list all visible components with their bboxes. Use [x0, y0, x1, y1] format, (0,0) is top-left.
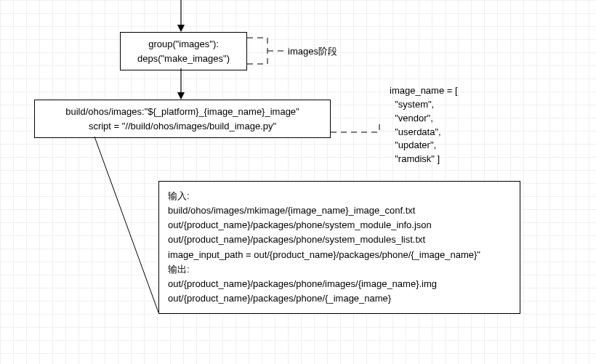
label-images-stage: images阶段 — [288, 45, 337, 59]
box-io: 输入: build/ohos/images/mkimage/{image_nam… — [158, 181, 520, 314]
io-input-header: 输入: — [168, 189, 511, 203]
io-output-header: 输出: — [168, 262, 511, 277]
box1-line2: deps("make_images") — [128, 52, 239, 66]
box-build-ohos-images: build/ohos/images:"${_platform}_{image_n… — [34, 100, 331, 138]
box1-line1: group("images"): — [128, 37, 239, 52]
box2-line1: build/ohos/images:"${_platform}_{image_n… — [42, 105, 323, 119]
box-group-images: group("images"): deps("make_images") — [120, 32, 247, 70]
io-output-line2: out/{product_name}/packages/phone/{_imag… — [168, 291, 511, 306]
io-input-line3: out/{product_name}/packages/phone/system… — [168, 232, 511, 247]
io-input-line4: image_input_path = out/{product_name}/pa… — [168, 248, 511, 262]
label-image-name-list: image_name = [ "system", "vendor", "user… — [390, 84, 458, 166]
io-output-line1: out/{product_name}/packages/phone/images… — [168, 277, 511, 291]
io-input-line2: out/{product_name}/packages/phone/system… — [168, 218, 511, 232]
box2-line2: script = "//build/ohos/images/build_imag… — [42, 119, 323, 134]
io-input-line1: build/ohos/images/mkimage/{image_name}_i… — [168, 203, 511, 218]
